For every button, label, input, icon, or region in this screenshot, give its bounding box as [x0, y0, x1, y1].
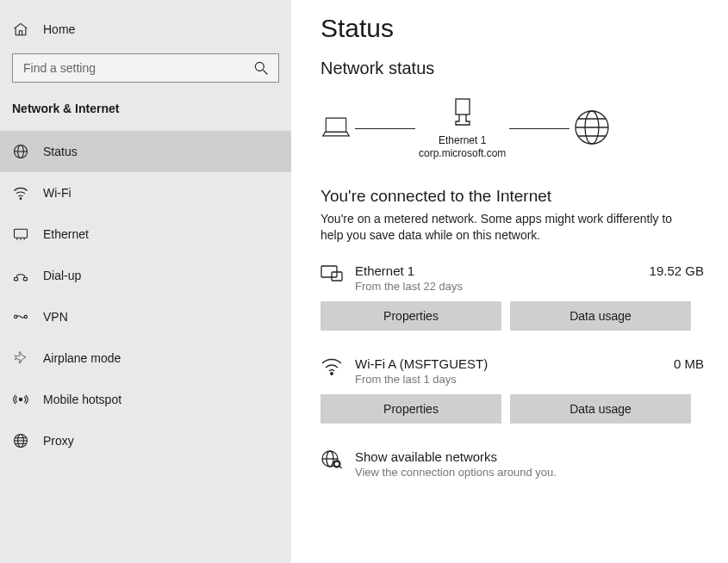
network-sub: From the last 1 days [355, 373, 662, 386]
sidebar-item-ethernet[interactable]: Ethernet [0, 213, 291, 255]
svg-rect-11 [23, 278, 27, 281]
svg-line-33 [339, 466, 343, 468]
connected-desc: You're on a metered network. Some apps m… [320, 211, 682, 244]
sidebar: Home Network & Internet Status Wi-Fi Eth… [0, 0, 291, 563]
home-icon [12, 21, 29, 38]
sidebar-item-hotspot[interactable]: Mobile hotspot [0, 379, 291, 420]
svg-rect-20 [326, 119, 345, 133]
network-diagram: Ethernet 1 corp.microsoft.com [320, 97, 704, 161]
sidebar-item-label: VPN [43, 310, 68, 324]
data-usage-button[interactable]: Data usage [510, 394, 691, 424]
sidebar-item-label: Status [43, 145, 78, 158]
svg-rect-10 [15, 278, 18, 281]
sidebar-item-label: Ethernet [43, 227, 89, 241]
main-content: Status Network status Ethernet 1 corp.mi… [291, 0, 728, 563]
search-icon [252, 59, 270, 77]
home-nav[interactable]: Home [0, 12, 291, 46]
network-name: Wi-Fi A (MSFTGUEST) [355, 356, 662, 371]
svg-line-1 [264, 71, 268, 75]
internet-globe-icon [573, 108, 611, 149]
network-block-ethernet: Ethernet 1 From the last 22 days 19.52 G… [320, 263, 704, 331]
diagram-line [509, 128, 569, 129]
airplane-icon [12, 350, 29, 367]
network-block-wifi: Wi-Fi A (MSFTGUEST) From the last 1 days… [320, 356, 704, 424]
show-available-networks[interactable]: Show available networks View the connect… [320, 449, 704, 479]
globe-icon [12, 143, 29, 160]
diagram-conn-name: Ethernet 1 [439, 134, 486, 148]
svg-point-5 [20, 198, 22, 200]
sidebar-item-label: Proxy [43, 434, 74, 448]
sidebar-item-proxy[interactable]: Proxy [0, 420, 291, 461]
sidebar-item-status[interactable]: Status [0, 131, 291, 172]
svg-point-0 [255, 62, 264, 71]
search-box[interactable] [12, 53, 279, 83]
search-input[interactable] [22, 60, 252, 76]
sidebar-item-vpn[interactable]: VPN [0, 296, 291, 337]
search-container [0, 46, 291, 95]
svg-rect-21 [456, 99, 470, 114]
network-usage: 0 MB [674, 356, 704, 371]
svg-point-12 [15, 315, 17, 318]
dialup-icon [12, 267, 29, 284]
proxy-icon [12, 432, 29, 449]
globe-search-icon [320, 449, 343, 471]
hotspot-icon [12, 391, 29, 408]
sidebar-item-label: Mobile hotspot [43, 393, 121, 406]
section-heading: Network status [320, 59, 704, 78]
ethernet-adapter-icon [320, 263, 343, 285]
data-usage-button[interactable]: Data usage [510, 301, 691, 331]
show-available-desc: View the connection options around you. [355, 466, 557, 479]
network-name: Ethernet 1 [355, 263, 638, 278]
page-title: Status [320, 14, 704, 43]
properties-button[interactable]: Properties [320, 301, 501, 331]
sidebar-item-wifi[interactable]: Wi-Fi [0, 172, 291, 213]
svg-rect-6 [15, 229, 28, 238]
svg-point-14 [19, 398, 22, 400]
diagram-conn-domain: corp.microsoft.com [419, 147, 506, 161]
svg-point-13 [24, 315, 27, 318]
sidebar-item-label: Airplane mode [43, 351, 121, 365]
sidebar-item-dialup[interactable]: Dial-up [0, 255, 291, 296]
diagram-line [355, 128, 415, 129]
wifi-icon [12, 184, 29, 201]
connected-heading: You're connected to the Internet [320, 187, 704, 206]
section-title: Network & Internet [0, 95, 291, 131]
vpn-icon [12, 308, 29, 325]
sidebar-item-label: Dial-up [43, 269, 81, 282]
sidebar-item-label: Wi-Fi [43, 186, 72, 200]
wifi-adapter-icon [320, 356, 343, 378]
show-available-title: Show available networks [355, 449, 557, 464]
home-label: Home [43, 22, 75, 36]
router-icon [451, 97, 475, 131]
svg-point-27 [331, 373, 333, 375]
laptop-icon [320, 114, 352, 143]
diagram-device: Ethernet 1 corp.microsoft.com [419, 97, 506, 161]
network-usage: 19.52 GB [650, 263, 704, 278]
network-sub: From the last 22 days [355, 280, 638, 293]
sidebar-item-airplane[interactable]: Airplane mode [0, 337, 291, 379]
properties-button[interactable]: Properties [320, 394, 501, 424]
ethernet-icon [12, 226, 29, 243]
